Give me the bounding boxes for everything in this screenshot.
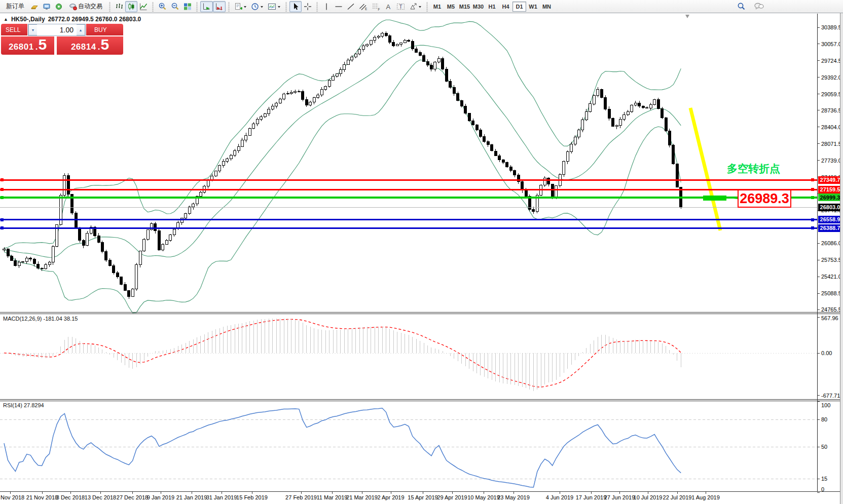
auto-scroll-icon bbox=[202, 3, 211, 11]
svg-text:29392.0: 29392.0 bbox=[821, 74, 841, 81]
svg-text:21 Mar 2019: 21 Mar 2019 bbox=[346, 494, 378, 500]
trendline-annotation[interactable] bbox=[690, 108, 720, 230]
timeframe-m5-button[interactable]: M5 bbox=[444, 2, 458, 12]
macd-indicator-label: MACD(12,26,9) -181.04 38.15 bbox=[3, 316, 78, 322]
svg-text:27159.5: 27159.5 bbox=[820, 186, 840, 192]
volume-increase-button[interactable]: ▲ bbox=[77, 24, 85, 35]
line-chart-button[interactable] bbox=[137, 1, 150, 12]
vertical-line-icon bbox=[323, 3, 329, 11]
candles bbox=[3, 31, 682, 299]
svg-text:9 Nov 2018: 9 Nov 2018 bbox=[0, 494, 24, 500]
shapes-button[interactable] bbox=[407, 1, 424, 12]
sell-price[interactable]: 26801.5 bbox=[1, 36, 54, 55]
autotrading-button[interactable]: 自动交易 bbox=[65, 1, 106, 12]
panel-separators[interactable] bbox=[0, 313, 840, 492]
fibonacci-button[interactable]: F bbox=[370, 1, 382, 12]
svg-text:26086.0: 26086.0 bbox=[821, 240, 841, 246]
zoom-in-button[interactable] bbox=[156, 1, 169, 12]
indicators-button[interactable] bbox=[232, 1, 249, 12]
svg-text:25753.5: 25753.5 bbox=[821, 257, 841, 263]
crosshair-icon bbox=[304, 3, 312, 11]
svg-text:11 Mar 2019: 11 Mar 2019 bbox=[317, 494, 348, 500]
tile-windows-icon bbox=[184, 3, 192, 11]
panel-collapse-icon[interactable]: ▲ bbox=[4, 17, 8, 22]
bar-chart-button[interactable] bbox=[113, 1, 125, 12]
toolbar-separator bbox=[284, 2, 288, 12]
chat-button[interactable] bbox=[752, 1, 766, 12]
new-order-button[interactable]: 新订单 bbox=[2, 1, 28, 12]
shapes-icon bbox=[409, 3, 417, 11]
indicators-icon bbox=[234, 3, 242, 11]
timeframe-h4-button[interactable]: H4 bbox=[499, 2, 512, 12]
chart-shift-button[interactable] bbox=[213, 1, 226, 12]
highlight-rect[interactable] bbox=[703, 196, 726, 201]
signal-icon bbox=[55, 3, 63, 11]
rsi-indicator-label: RSI(14) 27.8294 bbox=[3, 402, 44, 408]
timeframe-h1-button[interactable]: H1 bbox=[485, 2, 499, 12]
equidistant-channel-icon: E bbox=[359, 3, 368, 11]
highlight[interactable] bbox=[703, 196, 726, 201]
chevron-down-icon bbox=[277, 4, 281, 9]
terminal-icon bbox=[43, 3, 51, 11]
horizontal-line-icon bbox=[335, 3, 343, 11]
bollinger-bands bbox=[4, 20, 681, 313]
timeframe-m30-button[interactable]: M30 bbox=[471, 2, 485, 12]
candlestick-chart-icon bbox=[127, 3, 135, 11]
price-chart[interactable]: 30389.530057.029724.529392.029059.528736… bbox=[0, 0, 843, 504]
turning-point-annotation[interactable]: 多空转折点 bbox=[727, 163, 780, 175]
crosshair-button[interactable] bbox=[302, 1, 314, 12]
volume-input[interactable]: 1.00 bbox=[37, 24, 77, 35]
timeframe-m1-button[interactable]: M1 bbox=[430, 2, 444, 12]
svg-text:26999.3: 26999.3 bbox=[820, 195, 840, 201]
svg-text:100: 100 bbox=[821, 402, 830, 408]
cursor-icon bbox=[292, 3, 300, 11]
svg-text:17 Jun 2019: 17 Jun 2019 bbox=[576, 494, 607, 500]
text-label-button[interactable]: T bbox=[394, 1, 407, 12]
terminal-button[interactable] bbox=[41, 1, 53, 12]
tile-windows-button[interactable] bbox=[181, 1, 194, 12]
periods-button[interactable] bbox=[249, 1, 266, 12]
candlestick-chart-button[interactable] bbox=[125, 1, 137, 12]
svg-text:13 Dec 2018: 13 Dec 2018 bbox=[85, 494, 116, 500]
svg-text:28404.0: 28404.0 bbox=[821, 124, 841, 130]
signal-button[interactable] bbox=[53, 1, 65, 12]
timeframe-mn-button[interactable]: MN bbox=[540, 2, 554, 12]
gold-icon bbox=[30, 3, 39, 11]
buy-price[interactable]: 26814.5 bbox=[57, 36, 123, 55]
trendline-button[interactable] bbox=[345, 1, 357, 12]
timeframe-d1-button[interactable]: D1 bbox=[512, 2, 526, 12]
template-button[interactable] bbox=[266, 1, 283, 12]
cursor-button[interactable] bbox=[289, 1, 302, 12]
svg-text:27 Feb 2019: 27 Feb 2019 bbox=[285, 494, 317, 500]
timeframe-w1-button[interactable]: W1 bbox=[526, 2, 540, 12]
volume-decrease-button[interactable]: ▼ bbox=[28, 24, 37, 35]
autotrading-icon bbox=[69, 3, 77, 11]
svg-text:多空转折点: 多空转折点 bbox=[727, 163, 780, 175]
horizontal-line-button[interactable] bbox=[333, 1, 345, 12]
horizontal-lines[interactable] bbox=[0, 178, 817, 229]
chart-shift-marker[interactable] bbox=[685, 15, 689, 18]
svg-text:29724.5: 29724.5 bbox=[821, 58, 841, 64]
periods-icon bbox=[251, 3, 259, 11]
svg-text:15 Apr 2019: 15 Apr 2019 bbox=[408, 494, 437, 500]
equidistant-channel-button[interactable]: E bbox=[357, 1, 370, 12]
chart-title: ▲ HK50-,Daily 26772.0 26949.5 26760.0 26… bbox=[4, 16, 141, 23]
price-callout[interactable]: 26989.3 bbox=[728, 190, 791, 207]
sell-button[interactable]: SELL bbox=[1, 24, 27, 36]
vertical-line-button[interactable] bbox=[320, 1, 333, 12]
svg-text:23 May 2019: 23 May 2019 bbox=[497, 494, 530, 500]
text-button[interactable]: A bbox=[382, 1, 394, 12]
svg-text:F: F bbox=[378, 7, 380, 11]
svg-text:1 Aug 2019: 1 Aug 2019 bbox=[691, 494, 720, 500]
svg-text:26388.7: 26388.7 bbox=[820, 225, 840, 231]
svg-text:24765.5: 24765.5 bbox=[821, 306, 841, 313]
buy-button[interactable]: BUY bbox=[86, 24, 123, 36]
svg-text:T: T bbox=[399, 4, 402, 9]
timeframe-m15-button[interactable]: M15 bbox=[458, 2, 471, 12]
zoom-out-button[interactable] bbox=[169, 1, 181, 12]
toolbar-separator bbox=[425, 2, 429, 12]
svg-text:29 Apr 2019: 29 Apr 2019 bbox=[437, 494, 467, 500]
auto-scroll-button[interactable] bbox=[200, 1, 213, 12]
search-button[interactable] bbox=[735, 1, 748, 12]
gold-button[interactable] bbox=[28, 1, 41, 12]
